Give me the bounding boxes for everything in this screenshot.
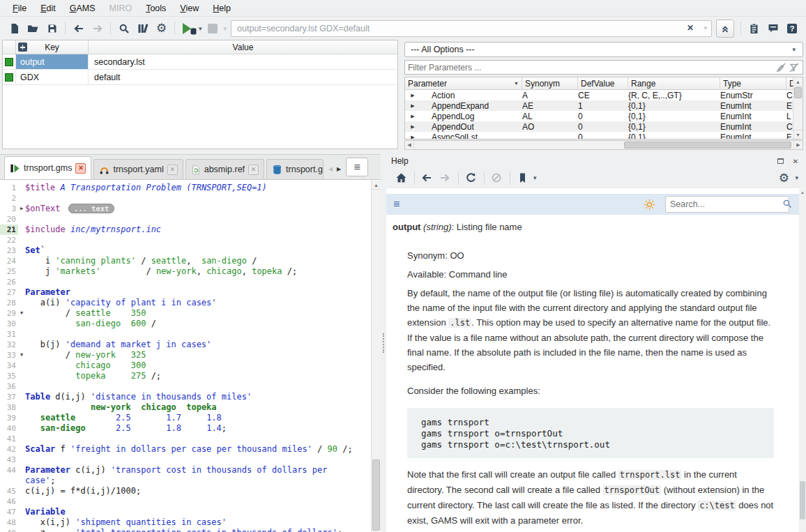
code-line[interactable]: 38 new-york chicago topeka xyxy=(0,402,371,413)
scroll-right-icon[interactable]: ▶ xyxy=(793,141,803,149)
code-line[interactable]: 30 san-diego 600 / xyxy=(0,319,371,329)
open-file-icon[interactable] xyxy=(24,20,42,37)
menu-item-help[interactable]: Help xyxy=(206,1,238,15)
code-line[interactable]: 48 x(i,j) 'shipment quantities in cases' xyxy=(0,517,371,528)
tab-list-menu-button[interactable]: ≡ xyxy=(346,158,368,176)
help-vertical-scrollbar[interactable]: ▲ xyxy=(799,188,806,532)
fold-expanded-icon[interactable]: ▼ xyxy=(18,308,25,319)
close-tab-icon[interactable]: ✕ xyxy=(248,165,259,175)
code-line[interactable]: 27Parameter xyxy=(0,287,371,298)
code-line[interactable]: 46 xyxy=(0,496,371,507)
scrollbar-thumb[interactable] xyxy=(800,481,805,519)
forward-icon[interactable] xyxy=(89,20,106,37)
code-line[interactable]: 41 xyxy=(0,434,371,444)
options-row[interactable]: ▶AsyncSolLst0{0,1}EnumIntF xyxy=(405,132,803,139)
tab-trnsport-gms[interactable]: trnsport.gms✕ xyxy=(4,156,91,179)
clear-filter-icon[interactable] xyxy=(789,62,800,73)
scroll-down-icon[interactable]: ▼ xyxy=(793,130,803,139)
doc-search-magnifier-icon[interactable] xyxy=(782,199,792,211)
code-line[interactable]: 24 i 'canning plants' / seattle, san-die… xyxy=(0,256,371,266)
search-icon[interactable] xyxy=(115,20,132,37)
code-line[interactable]: 26 xyxy=(0,277,371,287)
column-header-synonym[interactable]: Synonym xyxy=(522,77,578,89)
help-back-icon[interactable] xyxy=(418,170,435,185)
scrollbar-thumb[interactable] xyxy=(624,142,792,149)
options-horizontal-scrollbar[interactable]: ◀ ▶ xyxy=(404,140,803,150)
scroll-tabs-right-icon[interactable]: ▶ xyxy=(335,166,343,172)
menu-item-tools[interactable]: Tools xyxy=(139,1,173,15)
code-line[interactable]: 20 xyxy=(0,214,371,225)
code-line[interactable]: 44Parameter c(i,j) 'transport cost in th… xyxy=(0,465,371,476)
edit-mode-disabled-icon[interactable] xyxy=(775,62,786,73)
code-line[interactable]: 29▼ / seattle 350 xyxy=(0,308,371,319)
column-header-parameter[interactable]: Parameter▼ xyxy=(405,77,522,89)
back-icon[interactable] xyxy=(70,20,87,37)
tab-trnsport-g[interactable]: trnsport.g✕ xyxy=(266,159,324,179)
help-icon[interactable]: ? xyxy=(783,20,800,37)
code-line[interactable]: 40 san-diego 2.5 1.8 1.4; xyxy=(0,423,371,434)
theme-toggle-sun-icon[interactable] xyxy=(644,199,655,211)
options-category-dropdown[interactable]: --- All Options --- ▾ xyxy=(404,42,803,57)
code-line[interactable]: 37Table d(i,j) 'distance in thousands of… xyxy=(0,392,371,402)
scroll-up-icon[interactable]: ▲ xyxy=(793,77,803,86)
clear-parameters-icon[interactable]: ✕ xyxy=(687,23,694,33)
code-line[interactable]: 21$include inc/mytrnsport.inc xyxy=(0,225,371,235)
options-row[interactable]: ▶AppendLogAL0{0,1}EnumIntL xyxy=(405,111,803,121)
parameter-value-cell[interactable]: secondary.lst xyxy=(89,54,397,69)
code-line[interactable]: 1$title A Transportation Problem (TRNSPO… xyxy=(0,183,371,193)
close-tab-icon[interactable]: ✕ xyxy=(75,163,86,174)
code-line[interactable]: 43 xyxy=(0,455,371,465)
code-line[interactable]: 31 xyxy=(0,329,371,340)
reload-page-icon[interactable] xyxy=(462,170,479,185)
scroll-left-icon[interactable]: ◀ xyxy=(405,141,414,149)
expand-row-icon[interactable]: ▶ xyxy=(405,135,420,140)
column-header-defvalue[interactable]: DefValue xyxy=(578,77,628,89)
close-tab-icon[interactable]: ✕ xyxy=(167,165,178,175)
filter-parameters-input[interactable] xyxy=(408,63,773,73)
log-output-icon[interactable] xyxy=(764,20,782,37)
parameter-key-cell[interactable]: GDX xyxy=(16,70,89,84)
float-panel-icon[interactable] xyxy=(775,156,786,166)
help-settings-gear-icon[interactable]: ⚙ xyxy=(775,170,792,185)
options-row[interactable]: ▶ActionACE{R, C, E,..,GT}EnumStrC xyxy=(405,90,803,100)
column-header-type[interactable]: Type xyxy=(720,77,786,89)
doc-nav-menu-icon[interactable]: ≡ xyxy=(393,198,400,211)
gams-parameters-input[interactable] xyxy=(231,20,712,37)
add-parameter-icon[interactable] xyxy=(18,43,27,52)
expand-row-icon[interactable]: ▶ xyxy=(405,93,420,98)
parameter-key-cell[interactable]: output xyxy=(16,54,89,69)
code-line[interactable]: 45c(i,j) = f*d(i,j)/1000; xyxy=(0,486,371,496)
code-line[interactable]: 42Scalar f 'freight in dollars per case … xyxy=(0,444,371,455)
column-header-range[interactable]: Range xyxy=(628,77,720,89)
code-line[interactable]: 25 j 'markets' / new-york, chicago, tope… xyxy=(0,266,371,277)
code-line[interactable]: 47Variable xyxy=(0,507,371,517)
expand-row-icon[interactable]: ▶ xyxy=(405,103,420,109)
fold-collapsed-icon[interactable]: ▶ xyxy=(18,204,25,214)
doc-search-input[interactable] xyxy=(670,199,782,209)
code-line[interactable]: 28 a(i) 'capacity of plant i in cases' xyxy=(0,298,371,308)
code-line[interactable]: 49 z 'total transportation costs in thou… xyxy=(0,528,371,532)
menu-item-gams[interactable]: GAMS xyxy=(63,1,102,15)
run-options-dropdown-icon[interactable]: ▾ xyxy=(199,25,202,32)
kv-key-column-header[interactable]: Key xyxy=(16,40,89,54)
clipboard-icon[interactable] xyxy=(745,20,763,37)
code-line[interactable]: 2 xyxy=(0,193,371,204)
code-line[interactable]: 34 chicago 300 xyxy=(0,360,371,371)
parameter-row[interactable]: outputsecondary.lst xyxy=(3,54,397,70)
code-line[interactable]: 32 b(j) 'demand at market j in cases' xyxy=(0,340,371,350)
code-line[interactable]: 39 seattle 2.5 1.7 1.8 xyxy=(0,413,371,423)
code-line[interactable]: 36 xyxy=(0,381,371,392)
menu-item-miro[interactable]: MIRO xyxy=(102,1,139,15)
bookmark-icon[interactable] xyxy=(514,170,531,185)
collapse-parameter-editor-button[interactable] xyxy=(716,20,734,38)
options-row[interactable]: ▶AppendOutAO0{0,1}EnumIntC xyxy=(405,121,803,132)
expand-row-icon[interactable]: ▶ xyxy=(405,114,420,119)
settings-gear-icon[interactable]: ⚙ xyxy=(153,20,170,37)
fold-expanded-icon[interactable]: ▼ xyxy=(18,350,25,360)
scroll-up-icon[interactable]: ▲ xyxy=(372,181,381,190)
menu-item-edit[interactable]: Edit xyxy=(33,1,63,15)
options-vertical-scrollbar[interactable]: ▲ ▼ xyxy=(793,77,803,139)
tab-absmip-ref[interactable]: absmip.ref✕ xyxy=(185,159,264,179)
close-panel-icon[interactable]: ✕ xyxy=(790,156,801,166)
save-file-icon[interactable] xyxy=(43,20,61,37)
